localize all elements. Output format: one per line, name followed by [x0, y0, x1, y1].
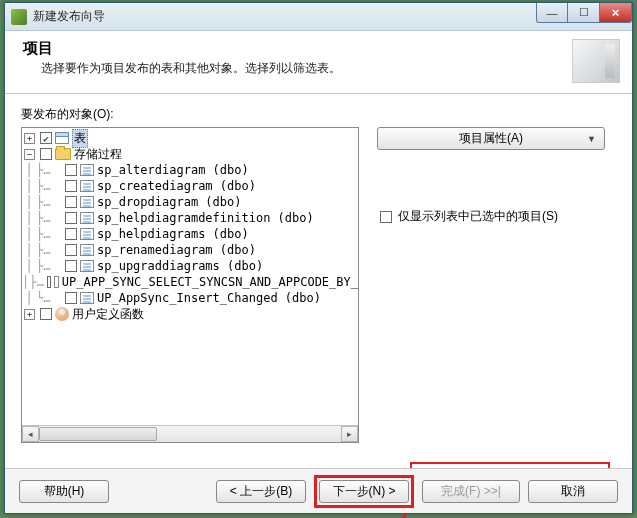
tree-label: sp_helpdiagrams (dbo): [97, 227, 249, 241]
tree-line-icon: │: [22, 195, 36, 209]
next-button[interactable]: 下一步(N) >: [319, 480, 409, 503]
tree-label: sp_upgraddiagrams (dbo): [97, 259, 263, 273]
tree-node-sp-item[interactable]: │├…sp_creatediagram (dbo): [22, 178, 358, 194]
checkbox[interactable]: [65, 164, 77, 176]
tree-label: sp_alterdiagram (dbo): [97, 163, 249, 177]
tree-node-sp-item[interactable]: │├…sp_upgraddiagrams (dbo): [22, 258, 358, 274]
tree-branch-icon: ├…: [36, 227, 62, 241]
show-selected-label: 仅显示列表中已选中的项目(S): [398, 208, 558, 225]
checkbox[interactable]: [40, 132, 52, 144]
page-description: 选择要作为项目发布的表和其他对象。选择列以筛选表。: [23, 60, 560, 77]
checkbox[interactable]: [65, 180, 77, 192]
minimize-button[interactable]: —: [536, 3, 568, 23]
stored-proc-icon: [54, 276, 59, 288]
tree-node-sp-item[interactable]: │├…sp_dropdiagram (dbo): [22, 194, 358, 210]
tree-line-icon: │: [22, 259, 36, 273]
item-properties-button[interactable]: 项目属性(A) ▼: [377, 127, 605, 150]
horizontal-scrollbar[interactable]: ◂ ▸: [22, 425, 358, 442]
window-title: 新建发布向导: [33, 8, 105, 25]
tree-node-sp-item[interactable]: │├…sp_renamediagram (dbo): [22, 242, 358, 258]
tree-node-sp-item[interactable]: │├…UP_APP_SYNC_SELECT_SYNCSN_AND_APPCODE…: [22, 274, 358, 290]
tree-branch-icon: ├…: [36, 259, 62, 273]
tree-label: UP_APP_SYNC_SELECT_SYNCSN_AND_APPCODE_BY…: [62, 275, 358, 289]
show-selected-row: 仅显示列表中已选中的项目(S): [377, 208, 616, 225]
tree-label: 用户定义函数: [72, 306, 144, 323]
right-column: 项目属性(A) ▼ 仅显示列表中已选中的项目(S): [377, 127, 616, 443]
tree-label: UP_AppSync_Insert_Changed (dbo): [97, 291, 321, 305]
checkbox[interactable]: [65, 260, 77, 272]
stored-proc-icon: [80, 260, 94, 272]
tree-branch-icon: ├…: [36, 211, 62, 225]
tree-label: sp_dropdiagram (dbo): [97, 195, 242, 209]
window-controls: — ☐ ×: [536, 3, 632, 23]
checkbox[interactable]: [47, 276, 51, 288]
back-button[interactable]: < 上一步(B): [216, 480, 306, 503]
tree-node-sp-item[interactable]: │└…UP_AppSync_Insert_Changed (dbo): [22, 290, 358, 306]
stored-proc-icon: [80, 164, 94, 176]
stored-proc-icon: [80, 244, 94, 256]
stored-proc-icon: [80, 212, 94, 224]
tree-branch-icon: ├…: [36, 163, 62, 177]
folder-icon: [55, 148, 71, 160]
tree-line-icon: │: [22, 275, 29, 289]
tree-branch-icon: ├…: [36, 195, 62, 209]
scroll-track[interactable]: [39, 426, 341, 442]
checkbox[interactable]: [40, 148, 52, 160]
checkbox[interactable]: [65, 212, 77, 224]
tree-line-icon: │: [22, 291, 36, 305]
wizard-window: 新建发布向导 — ☐ × 项目 选择要作为项目发布的表和其他对象。选择列以筛选表…: [4, 2, 633, 514]
checkbox[interactable]: [40, 308, 52, 320]
tree-branch-icon: ├…: [36, 179, 62, 193]
tree-node-tables[interactable]: + 表: [22, 130, 358, 146]
checkbox[interactable]: [65, 244, 77, 256]
maximize-button[interactable]: ☐: [568, 3, 600, 23]
close-button[interactable]: ×: [600, 3, 632, 23]
stored-proc-icon: [80, 228, 94, 240]
wizard-body: 要发布的对象(O): + 表 − 存储过程: [5, 94, 632, 509]
wizard-header: 项目 选择要作为项目发布的表和其他对象。选择列以筛选表。: [5, 31, 632, 94]
tree-node-sp-item[interactable]: │├…sp_helpdiagrams (dbo): [22, 226, 358, 242]
tree-node-sp-root[interactable]: − 存储过程: [22, 146, 358, 162]
objects-label: 要发布的对象(O):: [21, 106, 616, 123]
tree-branch-icon: ├…: [36, 243, 62, 257]
tree-branch-icon: └…: [36, 291, 62, 305]
objects-tree[interactable]: + 表 − 存储过程 │├…sp_alterdiagram (dbo)│├…sp…: [21, 127, 359, 443]
stored-proc-icon: [80, 196, 94, 208]
next-button-highlight: 下一步(N) >: [314, 475, 414, 508]
tree-label: sp_renamediagram (dbo): [97, 243, 256, 257]
chevron-down-icon: ▼: [587, 134, 596, 144]
help-button[interactable]: 帮助(H): [19, 480, 109, 503]
tree-label: sp_creatediagram (dbo): [97, 179, 256, 193]
expand-icon[interactable]: +: [24, 309, 35, 320]
tree-line-icon: │: [22, 243, 36, 257]
tree-node-sp-item[interactable]: │├…sp_helpdiagramdefinition (dbo): [22, 210, 358, 226]
checkbox[interactable]: [65, 196, 77, 208]
tree-line-icon: │: [22, 163, 36, 177]
tree-branch-icon: ├…: [29, 275, 43, 289]
stored-proc-icon: [80, 180, 94, 192]
button-label: 项目属性(A): [459, 130, 523, 147]
tree-node-sp-item[interactable]: │├…sp_alterdiagram (dbo): [22, 162, 358, 178]
tree-node-udf[interactable]: + 用户定义函数: [22, 306, 358, 322]
scroll-thumb[interactable]: [39, 427, 157, 441]
app-icon: [11, 9, 27, 25]
tree-line-icon: │: [22, 211, 36, 225]
collapse-icon[interactable]: −: [24, 149, 35, 160]
scroll-left-button[interactable]: ◂: [22, 426, 39, 442]
stored-proc-icon: [80, 292, 94, 304]
show-selected-checkbox[interactable]: [380, 211, 392, 223]
tree-line-icon: │: [22, 179, 36, 193]
tree-label: sp_helpdiagramdefinition (dbo): [97, 211, 314, 225]
wizard-footer: 帮助(H) < 上一步(B) 下一步(N) > 完成(F) >>| 取消: [5, 468, 632, 513]
table-icon: [55, 132, 69, 144]
checkbox[interactable]: [65, 292, 77, 304]
checkbox[interactable]: [65, 228, 77, 240]
cancel-button[interactable]: 取消: [528, 480, 618, 503]
titlebar: 新建发布向导 — ☐ ×: [5, 3, 632, 31]
header-graphic-icon: [572, 39, 620, 83]
page-title: 项目: [23, 39, 560, 58]
scroll-right-button[interactable]: ▸: [341, 426, 358, 442]
expand-icon[interactable]: +: [24, 133, 35, 144]
user-function-icon: [55, 307, 69, 321]
tree-line-icon: │: [22, 227, 36, 241]
